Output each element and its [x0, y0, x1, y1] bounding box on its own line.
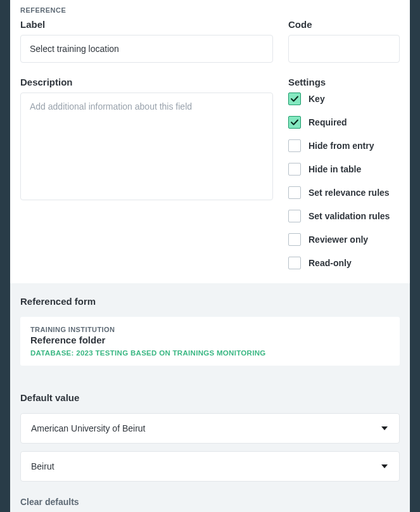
- checkbox-icon[interactable]: [288, 186, 301, 199]
- setting-label: Hide from entry: [309, 141, 374, 151]
- referenced-form-heading: Referenced form: [20, 296, 400, 307]
- setting-key[interactable]: Key: [288, 93, 400, 105]
- checkbox-icon[interactable]: [288, 93, 301, 105]
- select-value: American University of Beirut: [31, 423, 146, 433]
- setting-set-validation-rules[interactable]: Set validation rules: [288, 210, 400, 222]
- default-value-select-1[interactable]: Beirut: [20, 451, 400, 482]
- section-tag-reference: REFERENCE: [20, 6, 400, 14]
- setting-label: Hide in table: [309, 164, 361, 174]
- clear-defaults-button[interactable]: Clear defaults: [20, 496, 79, 508]
- label-field-label: Label: [20, 19, 273, 30]
- setting-set-relevance-rules[interactable]: Set relevance rules: [288, 186, 400, 199]
- setting-hide-in-table[interactable]: Hide in table: [288, 163, 400, 176]
- setting-required[interactable]: Required: [288, 116, 400, 129]
- setting-label: Read-only: [309, 258, 352, 268]
- setting-read-only[interactable]: Read-only: [288, 257, 400, 269]
- setting-label: Key: [309, 94, 325, 104]
- code-field-label: Code: [288, 19, 400, 30]
- referenced-form-title: Reference folder: [30, 335, 390, 345]
- setting-hide-from-entry[interactable]: Hide from entry: [288, 139, 400, 152]
- checkbox-icon[interactable]: [288, 116, 301, 129]
- checkbox-icon[interactable]: [288, 257, 301, 269]
- default-value-heading: Default value: [20, 392, 400, 403]
- setting-label: Set validation rules: [309, 211, 390, 221]
- label-input[interactable]: [20, 35, 273, 63]
- description-textarea[interactable]: [20, 93, 273, 200]
- select-value: Beirut: [31, 461, 54, 471]
- checkbox-icon[interactable]: [288, 163, 301, 176]
- setting-label: Required: [309, 117, 347, 127]
- settings-field-label: Settings: [288, 77, 400, 87]
- description-field-label: Description: [20, 77, 273, 87]
- setting-reviewer-only[interactable]: Reviewer only: [288, 233, 400, 246]
- chevron-down-icon: [380, 424, 389, 433]
- checkbox-icon[interactable]: [288, 139, 301, 152]
- chevron-down-icon: [380, 462, 389, 471]
- default-value-select-0[interactable]: American University of Beirut: [20, 413, 400, 444]
- referenced-form-tag: TRAINING INSTITUTION: [30, 326, 390, 333]
- checkbox-icon[interactable]: [288, 210, 301, 222]
- referenced-form-database: DATABASE: 2023 TESTING BASED ON TRAINING…: [30, 349, 390, 357]
- checkbox-icon[interactable]: [288, 233, 301, 246]
- code-input[interactable]: [288, 35, 400, 63]
- setting-label: Set relevance rules: [309, 188, 390, 198]
- referenced-form-card[interactable]: TRAINING INSTITUTION Reference folder DA…: [20, 317, 400, 366]
- setting-label: Reviewer only: [309, 234, 368, 245]
